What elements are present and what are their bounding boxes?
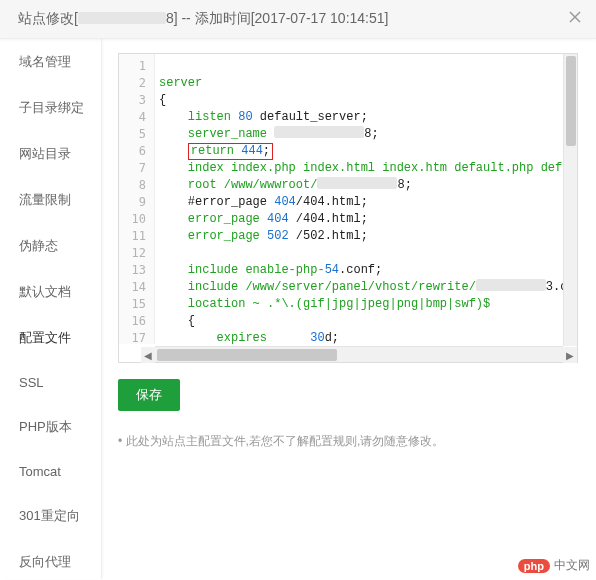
sidebar-item-config[interactable]: 配置文件 (0, 315, 101, 361)
save-button[interactable]: 保存 (118, 379, 180, 411)
code-editor[interactable]: 1234567891011121314151617 server { liste… (118, 53, 578, 363)
main-panel: 1234567891011121314151617 server { liste… (102, 39, 596, 579)
scrollbar-vertical[interactable] (563, 54, 577, 346)
sidebar: 域名管理 子目录绑定 网站目录 流量限制 伪静态 默认文档 配置文件 SSL P… (0, 39, 102, 579)
watermark: php 中文网 (518, 557, 590, 574)
sidebar-item-webdir[interactable]: 网站目录 (0, 131, 101, 177)
sidebar-item-traffic[interactable]: 流量限制 (0, 177, 101, 223)
sidebar-item-defaultdoc[interactable]: 默认文档 (0, 269, 101, 315)
scroll-left-icon[interactable]: ◀ (141, 347, 155, 363)
close-icon[interactable] (564, 6, 586, 28)
watermark-text: 中文网 (554, 557, 590, 574)
sidebar-item-rewrite[interactable]: 伪静态 (0, 223, 101, 269)
highlighted-return: return 444; (188, 143, 273, 160)
scrollbar-horizontal[interactable]: ◀ ▶ (155, 346, 563, 362)
php-logo: php (518, 559, 550, 573)
sidebar-item-php[interactable]: PHP版本 (0, 404, 101, 450)
scrollbar-thumb-v[interactable] (566, 56, 576, 146)
sidebar-item-301[interactable]: 301重定向 (0, 493, 101, 539)
scroll-right-icon[interactable]: ▶ (563, 347, 577, 363)
header-suffix: 8] -- 添加时间[2017-07-17 10:14:51] (166, 10, 389, 26)
config-hint: 此处为站点主配置文件,若您不了解配置规则,请勿随意修改。 (118, 433, 596, 450)
code-content[interactable]: server { listen 80 default_server; serve… (159, 58, 577, 344)
modal-header: 站点修改[8] -- 添加时间[2017-07-17 10:14:51] (0, 0, 596, 39)
sidebar-item-proxy[interactable]: 反向代理 (0, 539, 101, 580)
header-mask (78, 12, 166, 24)
line-gutter: 1234567891011121314151617 (119, 54, 155, 344)
sidebar-item-subdir[interactable]: 子目录绑定 (0, 85, 101, 131)
sidebar-item-tomcat[interactable]: Tomcat (0, 450, 101, 493)
sidebar-item-domain[interactable]: 域名管理 (0, 39, 101, 85)
scrollbar-thumb-h[interactable] (157, 349, 337, 361)
header-prefix: 站点修改[ (18, 10, 78, 26)
sidebar-item-ssl[interactable]: SSL (0, 361, 101, 404)
